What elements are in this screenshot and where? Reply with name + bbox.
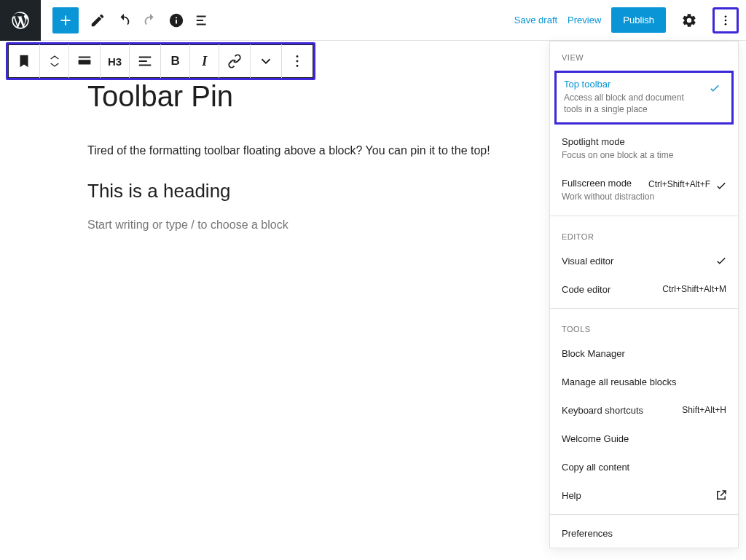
menu-item-title: Spotlight mode bbox=[562, 136, 726, 147]
check-icon bbox=[715, 179, 728, 195]
dropdown-divider bbox=[550, 514, 738, 515]
check-icon bbox=[715, 254, 728, 269]
menu-welcome-guide[interactable]: Welcome Guide bbox=[550, 425, 738, 453]
menu-item-title: Preferences bbox=[562, 528, 613, 539]
link-button[interactable] bbox=[219, 44, 251, 78]
gear-icon bbox=[681, 12, 697, 28]
svg-rect-3 bbox=[79, 60, 91, 63]
more-rich-text-button[interactable] bbox=[251, 44, 282, 78]
undo-icon bbox=[116, 12, 132, 28]
chevron-down-icon bbox=[49, 61, 60, 68]
dropdown-section-editor: EDITOR bbox=[550, 221, 738, 247]
heading-level-button[interactable]: H3 bbox=[101, 44, 130, 78]
menu-top-toolbar[interactable]: Top toolbar Access all block and documen… bbox=[554, 71, 734, 125]
dropdown-section-view: VIEW bbox=[550, 42, 738, 68]
menu-reusable-blocks[interactable]: Manage all reusable blocks bbox=[550, 368, 738, 396]
svg-point-5 bbox=[297, 60, 299, 63]
italic-label: I bbox=[202, 54, 207, 69]
empty-block-placeholder[interactable]: Start writing or type / to choose a bloc… bbox=[87, 218, 525, 232]
menu-item-title: Welcome Guide bbox=[562, 433, 629, 444]
info-button[interactable] bbox=[163, 7, 189, 33]
menu-item-desc: Focus on one block at a time bbox=[562, 149, 686, 161]
menu-item-title: Manage all reusable blocks bbox=[562, 376, 677, 387]
svg-point-6 bbox=[297, 65, 299, 67]
menu-item-title: Visual editor bbox=[562, 256, 613, 267]
save-draft-button[interactable]: Save draft bbox=[514, 15, 557, 25]
menu-keyboard-shortcuts[interactable]: Keyboard shortcuts Shift+Alt+H bbox=[550, 396, 738, 425]
menu-spotlight-mode[interactable]: Spotlight mode Focus on one block at a t… bbox=[550, 129, 738, 170]
svg-point-4 bbox=[297, 55, 299, 58]
text-align-button[interactable] bbox=[130, 44, 161, 78]
more-vertical-icon bbox=[719, 14, 732, 27]
options-menu-button[interactable] bbox=[712, 7, 739, 33]
menu-item-title: Top toolbar bbox=[564, 79, 724, 90]
menu-help[interactable]: Help bbox=[550, 481, 738, 510]
dropdown-divider bbox=[550, 308, 738, 309]
redo-icon bbox=[142, 12, 158, 28]
settings-button[interactable] bbox=[676, 7, 702, 33]
menu-copy-all[interactable]: Copy all content bbox=[550, 453, 738, 481]
menu-item-title: Code editor bbox=[562, 284, 610, 295]
svg-point-2 bbox=[725, 23, 727, 25]
svg-point-1 bbox=[725, 19, 727, 21]
menu-code-editor[interactable]: Code editor Ctrl+Shift+Alt+M bbox=[550, 275, 738, 304]
toolbar-left-group bbox=[41, 7, 216, 33]
menu-visual-editor[interactable]: Visual editor bbox=[550, 247, 738, 275]
menu-item-desc: Work without distraction bbox=[562, 191, 686, 202]
menu-item-shortcut: Shift+Alt+H bbox=[682, 405, 726, 415]
editor-top-bar: Save draft Preview Publish bbox=[0, 0, 746, 41]
check-icon bbox=[708, 82, 721, 98]
heading-block[interactable]: This is a heading bbox=[87, 180, 525, 202]
undo-button[interactable] bbox=[111, 7, 137, 33]
edit-mode-button[interactable] bbox=[85, 7, 111, 33]
post-title[interactable]: Toolbar Pin bbox=[87, 80, 525, 113]
menu-item-title: Help bbox=[562, 490, 581, 501]
link-icon bbox=[227, 53, 243, 69]
heading-level-label: H3 bbox=[108, 55, 122, 68]
menu-item-desc: Access all block and document tools in a… bbox=[564, 92, 688, 115]
external-link-icon bbox=[715, 489, 728, 504]
add-block-button[interactable] bbox=[52, 7, 79, 33]
wordpress-logo[interactable] bbox=[0, 0, 41, 41]
chevron-down-icon bbox=[258, 53, 274, 69]
bookmark-icon bbox=[16, 53, 32, 69]
redo-button[interactable] bbox=[137, 7, 163, 33]
menu-item-shortcut: Ctrl+Shift+Alt+F bbox=[648, 179, 710, 189]
menu-item-shortcut: Ctrl+Shift+Alt+M bbox=[662, 284, 726, 294]
bold-label: B bbox=[171, 54, 180, 68]
block-toolbar: H3 B I bbox=[8, 44, 313, 78]
italic-button[interactable]: I bbox=[190, 44, 219, 78]
preview-button[interactable]: Preview bbox=[568, 15, 601, 25]
list-view-icon bbox=[195, 12, 211, 28]
menu-item-title: Keyboard shortcuts bbox=[562, 405, 643, 416]
wordpress-icon bbox=[10, 10, 31, 31]
block-toolbar-pinned: H3 B I bbox=[6, 42, 315, 80]
menu-item-title: Copy all content bbox=[562, 462, 629, 473]
menu-item-title: Block Manager bbox=[562, 348, 625, 359]
chevron-up-icon bbox=[49, 54, 60, 61]
options-dropdown: VIEW Top toolbar Access all block and do… bbox=[549, 41, 739, 548]
editor-canvas: Toolbar Pin Tired of the formatting tool… bbox=[87, 80, 525, 232]
publish-button[interactable]: Publish bbox=[611, 7, 666, 33]
align-left-icon bbox=[137, 53, 153, 69]
block-options-button[interactable] bbox=[282, 44, 313, 78]
menu-block-manager[interactable]: Block Manager bbox=[550, 339, 738, 368]
pencil-icon bbox=[90, 12, 106, 28]
align-wide-button[interactable] bbox=[69, 44, 101, 78]
outline-button[interactable] bbox=[189, 7, 216, 33]
plus-icon bbox=[58, 12, 74, 28]
svg-point-0 bbox=[725, 15, 727, 17]
dropdown-section-tools: TOOLS bbox=[550, 313, 738, 339]
align-icon bbox=[76, 53, 93, 69]
info-icon bbox=[168, 12, 184, 28]
menu-preferences[interactable]: Preferences bbox=[550, 519, 738, 548]
menu-fullscreen-mode[interactable]: Fullscreen mode Work without distraction… bbox=[550, 170, 738, 211]
block-mover[interactable] bbox=[40, 44, 69, 78]
more-vertical-icon bbox=[289, 53, 305, 69]
dropdown-divider bbox=[550, 216, 738, 216]
toolbar-right-group: Save draft Preview Publish bbox=[514, 7, 746, 33]
paragraph-block[interactable]: Tired of the formatting toolbar floating… bbox=[87, 142, 525, 159]
bold-button[interactable]: B bbox=[161, 44, 190, 78]
block-type-button[interactable] bbox=[9, 44, 40, 78]
